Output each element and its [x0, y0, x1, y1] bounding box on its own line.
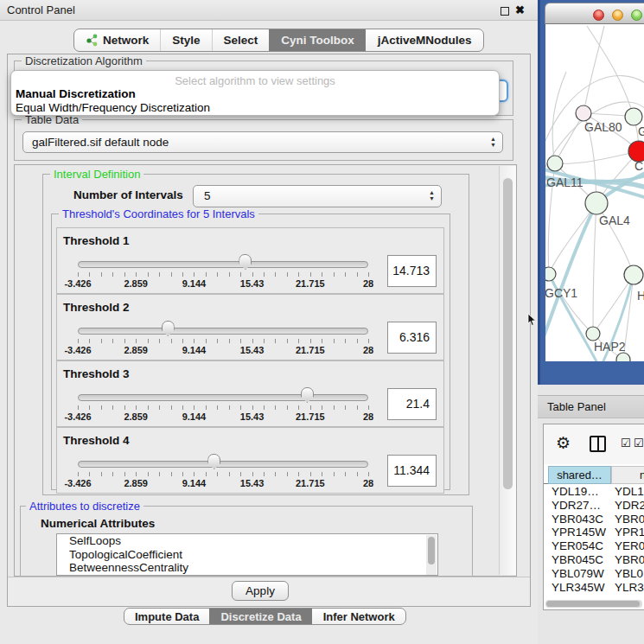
tick-label: 2.859: [124, 478, 148, 488]
table-row[interactable]: YBL079WYBL0: [544, 567, 644, 581]
list-item-topologicalcoefficient[interactable]: TopologicalCoefficient: [57, 548, 437, 562]
stepper-icons[interactable]: ▲▼: [490, 136, 496, 148]
table-data-combobox[interactable]: galFiltered.sif default node ▲▼: [22, 131, 503, 153]
horizontal-scrollbar[interactable]: [545, 600, 642, 608]
option-manual-discretization[interactable]: Manual Discretization: [16, 87, 136, 100]
column-header-shared-name[interactable]: shared…: [548, 466, 611, 484]
tab-style[interactable]: Style: [160, 29, 211, 51]
option-equal-width-frequency[interactable]: Equal Width/Frequency Discretization: [16, 101, 210, 114]
table-row[interactable]: YPR145WYPR1: [544, 526, 644, 539]
tab-impute-data[interactable]: Impute Data: [124, 609, 209, 624]
stepper-up-icon[interactable]: ▲: [490, 136, 496, 142]
node-label: GAL4: [599, 214, 630, 227]
cell-name: YDL1: [615, 485, 644, 499]
checkbox-icon[interactable]: ☑: [621, 437, 631, 450]
scrollbar-thumb[interactable]: [503, 178, 513, 489]
scrollbar-thumb[interactable]: [546, 601, 640, 607]
tick-label: 9.144: [182, 478, 207, 488]
close-traffic-light-icon[interactable]: [593, 10, 604, 21]
network-edge: [583, 26, 604, 113]
float-window-icon[interactable]: [501, 7, 509, 16]
table-row[interactable]: YDL19…YDL1: [544, 485, 644, 499]
network-node-h[interactable]: [624, 265, 643, 284]
stepper-down-icon[interactable]: ▼: [429, 195, 435, 201]
network-node-gal4[interactable]: [585, 192, 608, 214]
list-item-betweennesscentrality[interactable]: BetweennessCentrality: [57, 561, 437, 575]
cell-name: YER0: [615, 539, 644, 553]
network-edge: [552, 72, 566, 163]
slider-track[interactable]: [78, 261, 368, 268]
window-title: Control Panel: [7, 0, 75, 21]
stepper-icons[interactable]: ▲▼: [429, 189, 435, 201]
list-scrollbar[interactable]: [426, 535, 437, 575]
tab-select[interactable]: Select: [212, 29, 270, 51]
threshold-value-field[interactable]: 11.344: [387, 455, 437, 487]
table-row[interactable]: YBR045CYBR0: [544, 553, 644, 567]
dropdown-hint: Select algorithm to view settings: [11, 74, 499, 87]
interval-definition-label: Interval Definition: [50, 168, 143, 181]
slider-ticks: [78, 339, 370, 343]
network-view-canvas[interactable]: GAL80GACGAL11GAL4GCY1HHAP2: [545, 24, 644, 361]
minimize-traffic-light-icon[interactable]: [612, 10, 623, 21]
cell-name: YLR3: [615, 581, 644, 592]
slider-track[interactable]: [78, 328, 368, 335]
scrollbar-thumb[interactable]: [428, 537, 435, 564]
tick-label: 28: [363, 278, 373, 289]
tab-label: Select: [224, 34, 258, 47]
threshold-title: Threshold 2: [63, 301, 130, 314]
network-node-gal11[interactable]: [547, 156, 563, 171]
zoom-traffic-light-icon[interactable]: [631, 10, 642, 21]
gear-icon[interactable]: ⚙: [556, 433, 571, 453]
tick-label: 2.859: [124, 345, 148, 355]
thresholds-group-label: Threshold's Coordinates for 5 Intervals: [59, 207, 258, 220]
vertical-scrollbar[interactable]: [499, 166, 516, 575]
node-label: H: [637, 289, 644, 303]
num-intervals-label: Number of Intervals: [73, 188, 183, 201]
tab-jactivemnodules[interactable]: jActiveMNodules: [366, 29, 483, 51]
tab-network[interactable]: Network: [74, 29, 160, 51]
tab-label: jActiveMNodules: [378, 34, 472, 47]
network-node[interactable]: [616, 353, 630, 361]
threshold-value-field[interactable]: 21.4: [387, 388, 437, 420]
tab-infer-network[interactable]: Infer Network: [312, 609, 405, 624]
tab-discretize-data[interactable]: Discretize Data: [209, 609, 311, 624]
num-intervals-combobox[interactable]: 5 ▲▼: [193, 185, 442, 207]
network-node-gal80[interactable]: [576, 105, 591, 121]
close-icon[interactable]: ✖: [515, 3, 525, 18]
tick-label: 21.715: [296, 345, 325, 355]
column-layout-icon[interactable]: [590, 436, 606, 452]
slider-track[interactable]: [78, 394, 368, 401]
table-panel-titlebar: Table Panel: [538, 395, 644, 418]
table-row[interactable]: YLR345WYLR3: [544, 581, 644, 592]
screenshot-root: Control Panel ✖ NetworkStyleSelectCyni T…: [0, 0, 644, 644]
tick-label: -3.426: [64, 345, 91, 355]
network-node-ga[interactable]: [625, 108, 642, 125]
network-node-hap2[interactable]: [586, 327, 600, 341]
tick-label: 15.43: [240, 345, 265, 355]
tab-label: Network: [103, 34, 149, 47]
column-header-name[interactable]: na: [611, 466, 644, 484]
threshold-panel-4: Threshold 4-3.4262.8599.14415.4321.71528…: [56, 427, 444, 494]
stepper-down-icon[interactable]: ▼: [490, 142, 496, 148]
list-item-selfloops[interactable]: SelfLoops: [57, 534, 437, 548]
checkbox-icon[interactable]: ☑: [634, 437, 644, 450]
node-label: GA: [638, 124, 644, 138]
table-row[interactable]: YDR27…YDR2: [544, 499, 644, 513]
numerical-attributes-label: Numerical Attributes: [41, 517, 155, 530]
cell-name: YDR2: [615, 499, 644, 513]
tab-cyni-toolbox[interactable]: Cyni Toolbox: [269, 29, 366, 51]
mouse-cursor: [527, 314, 537, 327]
table-row[interactable]: YER054CYER0: [544, 539, 644, 553]
table-row[interactable]: YBR043CYBR0: [544, 513, 644, 526]
threshold-value-field[interactable]: 14.713: [387, 255, 437, 287]
threshold-value-field[interactable]: 6.316: [387, 322, 437, 354]
tick-label: -3.426: [64, 411, 91, 422]
cell-shared-name: YBR045C: [552, 553, 603, 567]
network-node-gcy1[interactable]: [545, 267, 556, 281]
tab-label: Impute Data: [135, 610, 199, 623]
apply-button[interactable]: Apply: [232, 581, 289, 601]
cell-shared-name: YBL079W: [552, 567, 604, 581]
slider-track[interactable]: [78, 461, 368, 468]
tick-label: 28: [363, 478, 373, 488]
stepper-up-icon[interactable]: ▲: [429, 189, 435, 195]
